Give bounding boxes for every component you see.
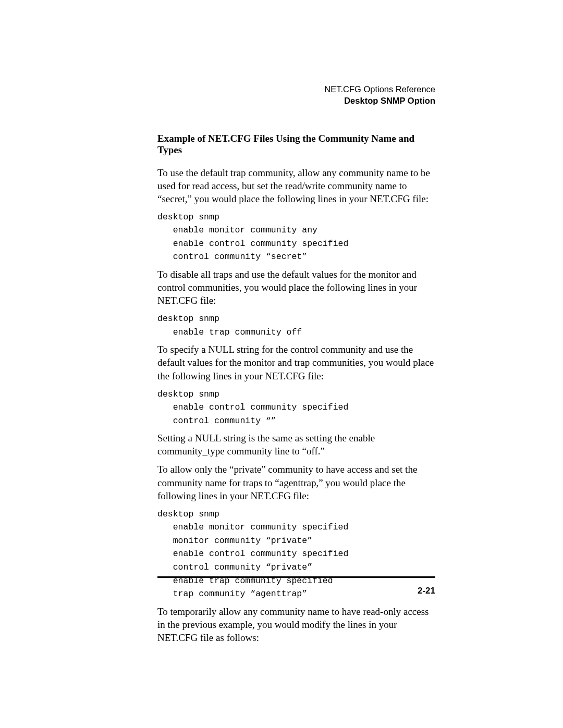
paragraph: To specify a NULL string for the control… (157, 343, 435, 382)
page-number: 2-21 (418, 586, 435, 596)
paragraph: To use the default trap community, allow… (157, 166, 435, 205)
page-content: NET.CFG Options Reference Desktop SNMP O… (157, 83, 435, 649)
paragraph: To allow only the “private” community to… (157, 463, 435, 502)
running-header: NET.CFG Options Reference Desktop SNMP O… (157, 83, 435, 107)
code-block: desktop snmp enable trap community off (157, 312, 435, 339)
section-heading: Example of NET.CFG Files Using the Commu… (157, 133, 435, 156)
paragraph: Setting a NULL string is the same as set… (157, 431, 435, 458)
code-block: desktop snmp enable monitor community an… (157, 211, 435, 264)
paragraph: To disable all traps and use the default… (157, 268, 435, 307)
code-block: desktop snmp enable control community sp… (157, 388, 435, 428)
code-block: desktop snmp enable monitor community sp… (157, 508, 435, 601)
paragraph: To temporarily allow any community name … (157, 605, 435, 644)
section-title: Desktop SNMP Option (157, 95, 435, 106)
footer-rule (157, 576, 435, 578)
doc-title: NET.CFG Options Reference (157, 83, 435, 95)
